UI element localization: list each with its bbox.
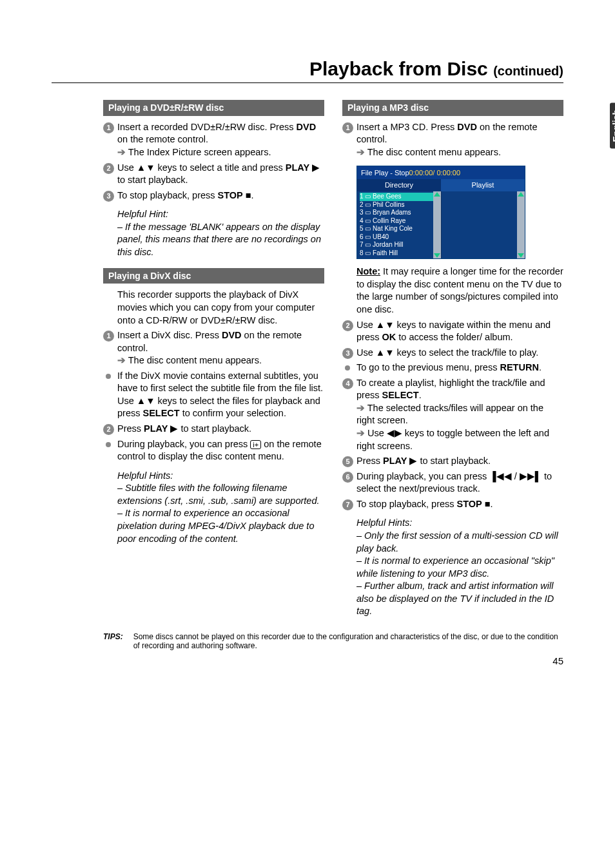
section-head-divx: Playing a DivX disc	[103, 268, 324, 284]
fp-title-text: File Play - Stop	[361, 169, 409, 177]
hint-title: Helpful Hints:	[356, 517, 563, 530]
page-title: Playback from Disc (continued)	[103, 58, 563, 80]
scroll-up-icon	[518, 192, 524, 197]
bullet-icon	[106, 442, 111, 447]
text-bold: OK	[382, 332, 396, 342]
file-play-tabs: Directory Playlist	[357, 179, 525, 191]
step-number-icon: 2	[103, 163, 114, 174]
text: It may require a longer time for the rec…	[356, 266, 563, 314]
step-text: Insert a MP3 CD. Press DVD on the remote…	[356, 121, 563, 159]
section-head-mp3: Playing a MP3 disc	[342, 100, 563, 116]
right-column: Playing a MP3 disc 1 Insert a MP3 CD. Pr…	[342, 91, 563, 618]
page: English Playback from Disc (continued) P…	[0, 0, 615, 686]
list-item: 7 ▭ Jordan Hill	[360, 241, 441, 249]
hint-text: – If the message 'BLANK' appears on the …	[117, 221, 324, 259]
text: To stop playback, press	[117, 190, 218, 200]
text: To stop playback, press	[356, 499, 457, 509]
hint-title: Helpful Hints:	[117, 470, 324, 483]
scroll-up-icon	[434, 192, 440, 197]
step-number-icon: 3	[342, 348, 353, 359]
result-line: ➔ The selected tracks/files will appear …	[356, 402, 563, 427]
note-text: Note: It may require a longer time for t…	[356, 265, 563, 316]
hint-text: – It is normal to experience an occasion…	[117, 507, 324, 545]
step-text: To create a playlist, highlight the trac…	[356, 377, 563, 452]
text-bold: DVD	[457, 122, 477, 132]
step-text: If the DivX movie contains external subt…	[117, 370, 324, 420]
text-bold: DVD	[297, 122, 317, 132]
step-text: Use ▲▼ keys to navigate within the menu …	[356, 319, 563, 344]
text: Insert a recorded DVD±R/±RW disc. Press	[117, 122, 297, 132]
fp-time-text: 0:00:00/ 0:00:00	[409, 169, 461, 177]
mp3-step-4: 4 To create a playlist, highlight the tr…	[342, 377, 563, 452]
divx-bullet: If the DivX movie contains external subt…	[103, 370, 324, 420]
language-tab: English	[610, 103, 615, 149]
step-number-icon: 2	[103, 424, 114, 435]
mp3-return-bullet: To go to the previous menu, press RETURN…	[342, 362, 563, 374]
text: on the remote control.	[117, 134, 208, 144]
hint-text: – Further album, track and artist inform…	[356, 580, 563, 618]
step-number-icon: 7	[342, 499, 353, 510]
scrollbar	[517, 191, 525, 258]
title-continued: (continued)	[493, 64, 563, 78]
directory-list: 1 ▭ Bee Gees 2 ▭ Phil Collins 3 ▭ Bryan …	[357, 191, 441, 258]
result-line: ➔ The disc content menu appears.	[356, 146, 563, 159]
helpful-hints-block: Helpful Hints: – Subtitle files with the…	[117, 470, 324, 545]
text: Insert a MP3 CD. Press	[356, 122, 457, 132]
intro-row: This recorder supports the playback of D…	[103, 289, 324, 327]
step-number-icon: 2	[342, 320, 353, 331]
tips-label: TIPS:	[103, 632, 123, 650]
hint-text: – It is normal to experience an occasion…	[356, 555, 563, 580]
text: Insert a DivX disc. Press	[117, 330, 222, 340]
text: During playback, you can press	[117, 439, 250, 449]
note-label: Note:	[356, 266, 380, 276]
text: ▶ to start playback.	[168, 423, 251, 434]
title-main: Playback from Disc	[309, 58, 493, 79]
section-head-dvdrw: Playing a DVD±R/±RW disc	[103, 100, 324, 116]
text: ■.	[243, 190, 254, 200]
arrow-icon: ➔	[117, 147, 126, 157]
file-play-screenshot: File Play - Stop0:00:00/ 0:00:00 Directo…	[356, 166, 525, 260]
text: The Index Picture screen appears.	[126, 147, 271, 157]
list-item: 3 ▭ Bryan Adams	[360, 209, 441, 217]
list-item: 1 ▭ Bee Gees	[360, 193, 441, 201]
arrow-icon: ➔	[117, 355, 126, 365]
hint-text: – Subtitle files with the following file…	[117, 482, 324, 507]
text: to access the folder/ album.	[396, 332, 512, 342]
step-text: To stop playback, press STOP ■.	[356, 498, 563, 511]
divx-step-1: 1 Insert a DivX disc. Press DVD on the r…	[103, 329, 324, 367]
scrollbar	[433, 191, 441, 258]
left-column: Playing a DVD±R/±RW disc 1 Insert a reco…	[103, 91, 324, 618]
page-number: 45	[52, 655, 563, 666]
list-item: 2 ▭ Phil Collins	[360, 201, 441, 209]
list-item: 8 ▭ Faith Hill	[360, 249, 441, 258]
file-play-body: 1 ▭ Bee Gees 2 ▭ Phil Collins 3 ▭ Bryan …	[357, 191, 525, 258]
step-text: During playback, you can press i+ on the…	[117, 438, 324, 463]
step-number-icon: 4	[342, 378, 353, 389]
step-text: Press PLAY ▶ to start playback.	[117, 423, 324, 436]
step-text: Insert a DivX disc. Press DVD on the rem…	[117, 329, 324, 367]
step-3: 3 To stop playback, press STOP ■.	[103, 189, 324, 202]
text: Use ◀▶ keys to toggle between the left a…	[356, 428, 549, 451]
note-row: Note: It may require a longer time for t…	[342, 265, 563, 316]
bullet-icon	[345, 365, 350, 371]
text: .	[539, 362, 542, 372]
text-bold: RETURN	[500, 362, 538, 372]
title-wrap: Playback from Disc (continued)	[52, 58, 563, 83]
text: Press	[356, 456, 383, 466]
step-text: Press PLAY ▶ to start playback.	[356, 455, 563, 468]
bullet-icon	[106, 374, 111, 379]
text: The disc content menu appears.	[365, 147, 501, 157]
mp3-step-3: 3 Use ▲▼ keys to select the track/file t…	[342, 347, 563, 360]
helpful-hint-block: Helpful Hint: – If the message 'BLANK' a…	[117, 208, 324, 258]
text-bold: STOP	[457, 499, 482, 509]
tab-directory: Directory	[357, 179, 441, 191]
result-line: ➔ The disc content menu appears.	[117, 354, 324, 367]
two-column-layout: Playing a DVD±R/±RW disc 1 Insert a reco…	[52, 91, 563, 618]
scroll-down-icon	[434, 253, 440, 258]
step-text: To stop playback, press STOP ■.	[117, 189, 324, 202]
step-1: 1 Insert a recorded DVD±R/±RW disc. Pres…	[103, 121, 324, 159]
step-number-icon: 1	[103, 122, 114, 133]
step-number-icon: 1	[103, 331, 114, 342]
text: The disc content menu appears.	[126, 355, 262, 365]
arrow-icon: ➔	[356, 403, 365, 413]
